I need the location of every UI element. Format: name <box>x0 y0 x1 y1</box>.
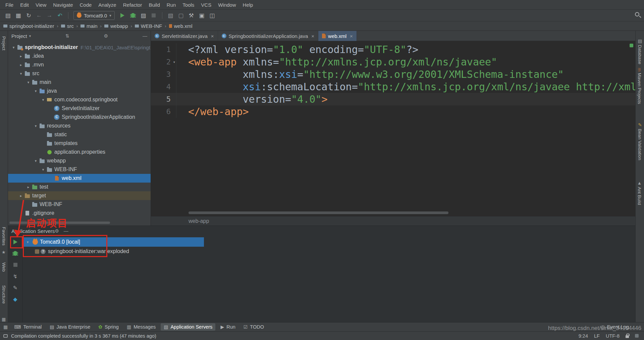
close-tab-icon[interactable]: × <box>311 33 314 39</box>
grid-icon[interactable]: ▦ <box>2 317 6 322</box>
editor-tab-ServletInitializer.java[interactable]: CServletInitializer.java× <box>151 31 218 41</box>
debug-icon[interactable] <box>128 11 138 20</box>
star-icon[interactable]: ★ <box>2 250 6 255</box>
menu-help[interactable]: Help <box>239 2 257 8</box>
editor-tab-web.xml[interactable]: web.xml× <box>318 31 357 41</box>
navigate-back-icon[interactable]: ← <box>35 11 44 20</box>
tree-item-resources[interactable]: ▾resources <box>8 122 151 130</box>
menu-analyze[interactable]: Analyze <box>95 2 119 8</box>
compile-icon[interactable]: ▧ <box>166 11 175 20</box>
connect-icon[interactable]: ↯ <box>12 273 19 280</box>
artifacts-icon[interactable]: ▢ <box>176 11 185 20</box>
tree-item-SpringbootInitializerApplication[interactable]: CSpringbootInitializerApplication <box>8 113 151 122</box>
code-line-3[interactable]: 3 xmlns:xsi="http://www.w3.org/2001/XMLS… <box>151 68 635 81</box>
menu-navigate[interactable]: Navigate <box>50 2 76 8</box>
artifact-row[interactable]: ?springboot-initializer:war exploded <box>23 247 635 256</box>
fold-arrow-icon[interactable]: ▾ <box>173 56 175 68</box>
menu-tools[interactable]: Tools <box>179 2 198 8</box>
tree-item-.gitignore[interactable]: .gitignore <box>8 209 151 217</box>
chevron-down-icon[interactable]: ▾ <box>29 34 31 38</box>
tree-item-web.xml[interactable]: web.xml <box>8 174 151 183</box>
tool-window-switcher-icon[interactable]: ▦ <box>3 324 8 330</box>
rollback-icon[interactable]: ↶ <box>55 11 64 20</box>
expand-arrow-icon[interactable]: ▸ <box>18 63 24 67</box>
tool-window-button-structure[interactable]: Structure <box>1 285 6 304</box>
close-tab-icon[interactable]: × <box>211 33 214 39</box>
expand-arrow-icon[interactable]: ▸ <box>25 185 31 189</box>
navigate-forward-icon[interactable]: → <box>45 11 54 20</box>
close-tab-icon[interactable]: × <box>350 33 353 39</box>
menu-file[interactable]: File <box>2 2 17 8</box>
project-panel-title[interactable]: Project <box>11 33 27 39</box>
debug-server-icon[interactable] <box>12 250 19 257</box>
group-icon[interactable]: ▣ <box>197 11 206 20</box>
breadcrumb-item-springboot-initializer[interactable]: springboot-initializer <box>3 23 54 29</box>
breadcrumb-item-webapp[interactable]: webapp <box>104 23 128 29</box>
tool-window-tab-todo[interactable]: ☑TODO <box>240 323 267 331</box>
tree-item-main[interactable]: ▾main <box>8 78 151 87</box>
structure-icon[interactable]: ◫ <box>208 11 217 20</box>
synchronize-icon[interactable]: ↻ <box>24 11 33 20</box>
run-server-icon[interactable] <box>12 239 19 245</box>
menu-window[interactable]: Window <box>215 2 239 8</box>
breadcrumb-item-WEB-INF[interactable]: WEB-INF <box>135 23 162 29</box>
tree-item-webapp[interactable]: ▾webapp <box>8 156 151 165</box>
hide-panel-icon[interactable]: ― <box>64 228 68 234</box>
menu-edit[interactable]: Edit <box>17 2 32 8</box>
tool-window-button-project[interactable]: Project <box>1 36 6 50</box>
expand-arrow-icon[interactable]: ▾ <box>40 167 46 172</box>
hide-panel-icon[interactable]: ― <box>143 33 147 39</box>
expand-arrow-icon[interactable]: ▸ <box>18 54 24 58</box>
expand-arrow-icon[interactable]: ▸ <box>18 194 24 198</box>
expand-arrow-icon[interactable]: ▾ <box>33 159 39 163</box>
tree-item-java[interactable]: ▾java <box>8 87 151 95</box>
breadcrumb-item-src[interactable]: src <box>61 23 74 29</box>
tool-window-button-bean-validation[interactable]: ✎ Bean Validation <box>637 122 642 160</box>
tree-item-.idea[interactable]: ▸.idea <box>8 52 151 60</box>
tree-item-WEB-INF[interactable]: WEB-INF <box>8 200 151 209</box>
code-line-6[interactable]: 6</web-app> <box>151 105 635 118</box>
menu-build[interactable]: Build <box>145 2 163 8</box>
server-row-tomcat[interactable]: ▾Tomcat9.0 [local] <box>23 237 204 247</box>
tool-window-button-web[interactable]: Web <box>1 262 6 272</box>
scroll-to-source-icon[interactable]: ⇅ <box>65 33 69 39</box>
edit-configuration-icon[interactable]: ✎ <box>12 284 19 291</box>
expand-arrow-icon[interactable]: ▾ <box>18 71 24 76</box>
tool-window-button-database[interactable]: ▤ Database <box>637 38 642 64</box>
tree-item-com.codecoord.springboot[interactable]: ▾com.codecoord.springboot <box>8 95 151 104</box>
expand-arrow-icon[interactable]: ▾ <box>40 98 46 102</box>
tool-window-tab-run[interactable]: ▶Run <box>217 323 238 331</box>
search-icon[interactable] <box>635 12 639 16</box>
gear-icon[interactable]: ⚙ <box>104 33 108 39</box>
tool-window-tab-spring[interactable]: ✿Spring <box>95 323 122 331</box>
run-config-selector[interactable]: Tomcat9.0 ▾ <box>73 11 115 20</box>
run-icon[interactable] <box>118 11 127 20</box>
editor[interactable]: 1<?xml version="1.0" encoding="UTF-8"?>2… <box>151 41 635 226</box>
code-line-1[interactable]: 1<?xml version="1.0" encoding="UTF-8"?> <box>151 43 635 56</box>
tree-item-static[interactable]: static <box>8 130 151 139</box>
expand-arrow-icon[interactable]: ▾ <box>25 240 31 244</box>
editor-breadcrumb-item[interactable]: web-app <box>189 218 209 224</box>
menu-refactor[interactable]: Refactor <box>120 2 146 8</box>
tree-item-springboot-initializer[interactable]: ▾springboot-initializerF:\01_IDEA\01_Jav… <box>8 43 151 52</box>
stop-server-icon[interactable] <box>12 261 19 268</box>
tree-item-target[interactable]: ▸target <box>8 191 151 200</box>
tree-item-WEB-INF[interactable]: ▾WEB-INF <box>8 165 151 174</box>
line-separator[interactable]: LF <box>594 333 600 339</box>
lock-icon[interactable] <box>626 335 629 338</box>
breadcrumb-item-main[interactable]: main <box>80 23 98 29</box>
tool-window-button-ant-build[interactable]: ▲ Ant Build <box>637 181 642 205</box>
expand-arrow-icon[interactable]: ▾ <box>11 45 16 50</box>
deploy-artifact-icon[interactable]: ◆ <box>12 296 19 302</box>
breadcrumb-item-web.xml[interactable]: web.xml <box>169 23 193 29</box>
tool-window-tab-java-ee[interactable]: ▤Java Enterprise <box>47 323 93 331</box>
wrench-icon[interactable]: ⚒ <box>187 11 196 20</box>
save-all-icon[interactable]: ▦ <box>14 11 23 20</box>
tree-item-templates[interactable]: templates <box>8 139 151 148</box>
tree-item-src[interactable]: ▾src <box>8 69 151 78</box>
code-line-5[interactable]: 5 version="4.0"> <box>151 93 635 105</box>
horizontal-scrollbar[interactable] <box>9 222 110 224</box>
tool-window-button-favorites[interactable]: Favorites <box>1 227 6 246</box>
editor-tab-SpringbootInitializerApplication.java[interactable]: CSpringbootInitializerApplication.java× <box>218 31 319 41</box>
tree-item-application.properties[interactable]: application.properties <box>8 148 151 156</box>
